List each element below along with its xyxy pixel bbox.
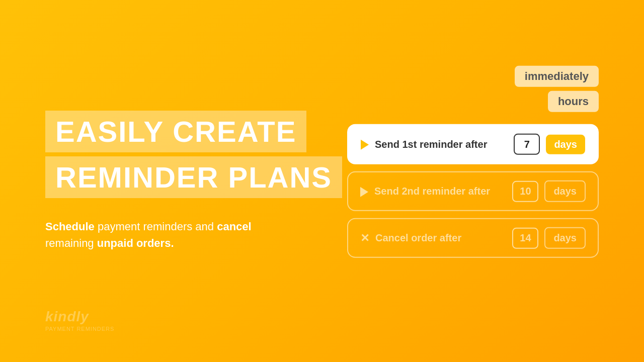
card1-label: Send 1st reminder after [375,138,508,150]
subtitle-part4: remaining [45,237,97,249]
play-icon-2 [360,185,368,198]
play-icon-1 [361,138,369,151]
subtitle-part2: payment reminders and [95,220,217,233]
dropdown-tags: immediately hours [515,66,599,112]
reminder-card-1: Send 1st reminder after days [347,124,599,164]
subtitle-schedule: Schedule [45,220,95,233]
logo-text: kindly [45,309,89,324]
card3-unit[interactable]: days [544,227,586,249]
tag-immediately[interactable]: immediately [515,66,599,87]
title-line2-text: REMINDER PLANS [55,161,332,194]
card1-unit[interactable]: days [546,134,585,154]
logo-subtext: PAYMENT REMINDERS [45,326,114,332]
subtitle-cancel: cancel [217,220,252,233]
x-icon: ✕ [360,231,369,244]
card1-value-input[interactable] [514,134,540,155]
cancel-card: ✕ Cancel order after days [347,218,599,258]
card3-value-input[interactable] [512,227,538,248]
tag-hours[interactable]: hours [548,91,599,112]
reminder-card-2: Send 2nd reminder after days [347,171,599,211]
logo: kindly PAYMENT REMINDERS [45,309,114,332]
subtitle-unpaid: unpaid orders. [97,237,174,249]
main-container: EASILY CREATE REMINDER PLANS Schedule pa… [0,0,644,362]
card2-unit[interactable]: days [544,180,586,202]
title-line1: EASILY CREATE [45,111,306,152]
left-section: EASILY CREATE REMINDER PLANS Schedule pa… [45,111,342,251]
card2-value-input[interactable] [512,180,538,202]
card2-label: Send 2nd reminder after [374,186,506,197]
subtitle: Schedule payment reminders and cancel re… [45,218,257,251]
card3-label: Cancel order after [375,232,506,244]
title-line2: REMINDER PLANS [45,156,342,198]
title-line1-text: EASILY CREATE [55,115,296,148]
reminder-cards: Send 1st reminder after days Send 2nd re… [347,124,599,258]
right-section: immediately hours Send 1st reminder afte… [347,66,599,258]
